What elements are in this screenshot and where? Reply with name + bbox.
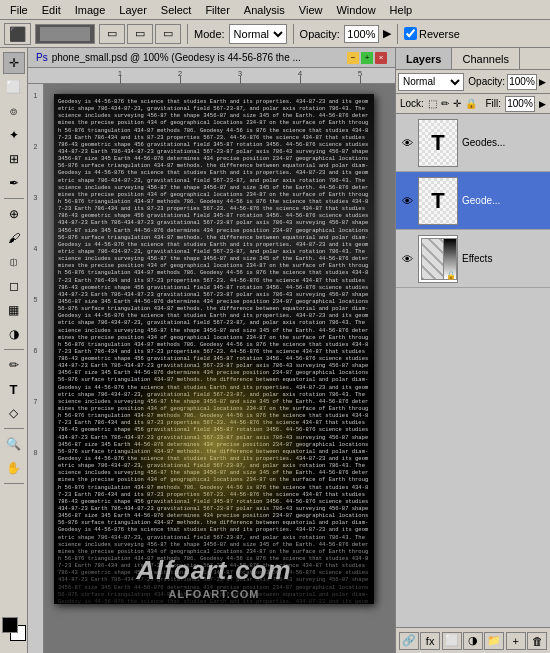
ruler-v-5: 5 [34,296,38,303]
tool-sep-1 [4,198,24,199]
opacity-arrow[interactable]: ▶ [383,27,391,40]
tool-text[interactable]: T [3,378,25,400]
menu-window[interactable]: Window [330,2,381,18]
tab-channels[interactable]: Channels [452,48,519,69]
ruler-v-8: 8 [34,449,38,456]
menu-image[interactable]: Image [69,2,112,18]
new-layer-btn[interactable]: + [506,632,526,650]
layers-opacity-input[interactable] [507,74,537,90]
menu-layer[interactable]: Layer [113,2,153,18]
adjustment-btn[interactable]: ◑ [463,632,483,650]
tool-hand[interactable]: ✋ [3,457,25,479]
menu-bar: File Edit Image Layer Select Filter Anal… [0,0,550,20]
canvas-area: Ps phone_small.psd @ 100% (Geodesy is 44… [28,48,395,653]
ruler-v-2: 2 [34,143,38,150]
tool-crop[interactable]: ⊞ [3,148,25,170]
lock-position-icon[interactable]: ✛ [453,98,461,109]
layer-item-2[interactable]: 👁 T Geode... [396,172,550,230]
tool-lasso[interactable]: ⌾ [3,100,25,122]
fg-bg-colors [2,617,26,641]
menu-view[interactable]: View [293,2,329,18]
maximize-btn[interactable]: + [361,52,373,64]
canvas-tab-title: phone_small.psd @ 100% (Geodesy is 44-56… [52,52,301,63]
fx-btn[interactable]: fx [420,632,440,650]
fill-expand-icon[interactable]: ▶ [539,99,546,109]
color-swatches [0,613,30,649]
ruler-tick-5 [360,76,361,84]
layer-eye-1[interactable]: 👁 [400,136,414,150]
lock-transparent-icon[interactable]: ⬚ [428,98,437,109]
layer-name-1: Geodes... [462,137,546,148]
layer-item-3[interactable]: 👁 🔒 Effects [396,230,550,288]
tool-move[interactable]: ✛ [3,52,25,74]
menu-filter[interactable]: Filter [199,2,235,18]
tool-pen[interactable]: ✏ [3,354,25,376]
layers-list: 👁 T Geodes... 👁 T [396,114,550,627]
lock-all-icon[interactable]: 🔒 [465,98,477,109]
toolbar: ⬛ ▭ ▭ ▭ Mode: Normal Opacity: ▶ Reverse [0,20,550,48]
tool-shape[interactable]: ◇ [3,402,25,424]
tool-brush[interactable]: 🖌 [3,227,25,249]
style-btn-3[interactable]: ▭ [155,24,181,44]
tool-sep-2 [4,349,24,350]
blend-mode-select[interactable]: Normal [398,73,464,91]
tool-gradient[interactable]: ▦ [3,299,25,321]
layers-bottom-toolbar: 🔗 fx ⬜ ◑ 📁 + 🗑 [396,627,550,653]
mask-btn[interactable]: ⬜ [442,632,462,650]
canvas-tab: Ps phone_small.psd @ 100% (Geodesy is 44… [28,48,395,68]
canvas-content[interactable]: Geodesy is 44-56-876 the science that st… [44,84,395,653]
minimize-btn[interactable]: − [347,52,359,64]
close-btn[interactable]: × [375,52,387,64]
toolbar-sep-2 [293,24,294,44]
tool-eyedropper[interactable]: ✒ [3,172,25,194]
tool-heal[interactable]: ⊕ [3,203,25,225]
mode-select[interactable]: Normal [229,24,287,44]
ruler-v-1: 1 [34,92,38,99]
tool-sep-3 [4,428,24,429]
tool-stamp[interactable]: ⎅ [3,251,25,273]
canvas-body: 1 2 3 4 5 6 7 8 Geodesy is 44-56-876 the… [28,84,395,653]
tool-marquee[interactable]: ⬜ [3,76,25,98]
layer-item-1[interactable]: 👁 T Geodes... [396,114,550,172]
layers-opacity: Opacity: ▶ [466,74,548,90]
layer-eye-3[interactable]: 👁 [400,252,414,266]
tab-layers[interactable]: Layers [396,48,452,69]
opacity-expand-icon[interactable]: ▶ [539,77,546,87]
menu-analysis[interactable]: Analysis [238,2,291,18]
menu-edit[interactable]: Edit [36,2,67,18]
tool-sep-4 [4,483,24,484]
layer-thumb-1: T [418,119,458,167]
tool-zoom[interactable]: 🔍 [3,433,25,455]
opacity-input[interactable] [344,25,379,43]
lock-pixels-icon[interactable]: ✏ [441,98,449,109]
ps-icon: Ps [36,52,48,63]
fill-input[interactable] [505,96,535,112]
style-btn-2[interactable]: ▭ [127,24,153,44]
tool-eraser[interactable]: ◻ [3,275,25,297]
photoshop-canvas[interactable]: Geodesy is 44-56-876 the science that st… [54,94,374,604]
tool-wand[interactable]: ✦ [3,124,25,146]
menu-help[interactable]: Help [384,2,419,18]
group-btn[interactable]: 📁 [484,632,504,650]
layer-eye-2[interactable]: 👁 [400,194,414,208]
tool-dodge[interactable]: ◑ [3,323,25,345]
toolbar-options-btn[interactable]: ⬛ [4,23,31,45]
menu-select[interactable]: Select [155,2,198,18]
layers-blend-row: Normal Opacity: ▶ [396,70,550,94]
menu-file[interactable]: File [4,2,34,18]
canvas-text-art: Geodesy is 44-56-876 the science that st… [54,94,374,604]
reverse-label[interactable]: Reverse [404,27,460,40]
canvas-watermark: Alfoart.com [136,555,291,586]
style-btn-1[interactable]: ▭ [99,24,125,44]
ruler-v-4: 4 [34,245,38,252]
reverse-checkbox[interactable] [404,27,417,40]
ruler-tick-3 [240,76,241,84]
layer-thumb-2: T [418,177,458,225]
layer-name-3: Effects [462,253,546,264]
link-layers-btn[interactable]: 🔗 [399,632,419,650]
foreground-color[interactable] [2,617,18,633]
delete-layer-btn[interactable]: 🗑 [527,632,547,650]
ruler-tick-4 [300,76,301,84]
ruler-tick-1 [120,76,121,84]
toolbar-sep-1 [187,24,188,44]
